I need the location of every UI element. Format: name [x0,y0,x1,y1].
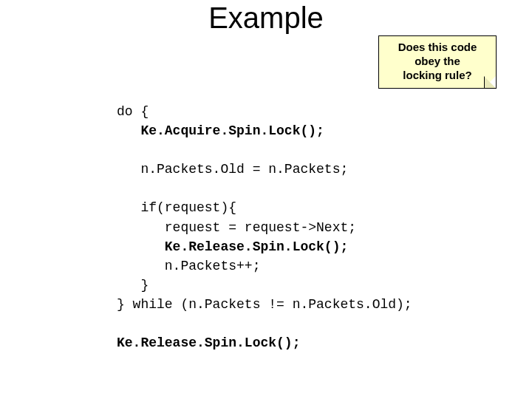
slide: Example Does this code obey the locking … [0,0,532,399]
code-bold: Ke.Release.Spin.Lock(); [117,335,300,350]
code-line: request = request->Next; [117,220,356,235]
code-block: do { Ke.Acquire.Spin.Lock(); n.Packets.O… [117,102,412,352]
code-bold: Ke.Release.Spin.Lock(); [165,239,348,254]
code-line: } while (n.Packets != n.Packets.Old); [117,297,412,312]
code-line: if(request){ [117,200,236,215]
code-line: do { [117,104,149,119]
callout-line2: obey the [415,55,460,67]
callout-note: Does this code obey the locking rule? [378,35,497,89]
code-line: n.Packets.Old = n.Packets; [117,162,348,177]
code-line: n.Packets++; [117,259,260,273]
code-line: } [117,278,149,293]
callout-line1: Does this code [398,41,477,53]
callout-line3: locking rule? [403,69,471,81]
page-title: Example [0,1,532,35]
code-bold: Ke.Acquire.Spin.Lock(); [140,123,324,138]
